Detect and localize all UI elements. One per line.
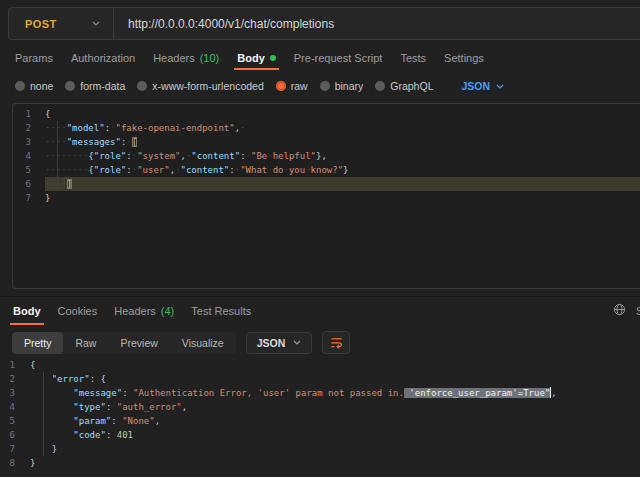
code-text: } [30, 442, 640, 456]
radio-icon [137, 81, 147, 91]
code-text: ········{"role":·"user",·"content":·"Wha… [45, 163, 640, 177]
body-mode-row: none form-data x-www-form-urlencoded raw… [0, 74, 640, 98]
view-raw[interactable]: Raw [63, 332, 108, 354]
radio-icon [15, 81, 25, 91]
token [30, 430, 73, 440]
code-line[interactable]: 1{ [13, 107, 640, 121]
code-line[interactable]: 5········{"role":·"user",·"content":·"Wh… [13, 163, 640, 177]
indent-guide [43, 372, 44, 456]
token: "user" [137, 165, 170, 175]
response-body-editor[interactable]: 1{2 "error": {3 "message": "Authenticati… [0, 355, 640, 477]
code-text: { [30, 358, 640, 372]
request-url-bar: POST http://0.0.0.0:4000/v1/chat/complet… [8, 7, 640, 40]
code-line[interactable]: 8} [0, 456, 640, 470]
radio-icon [375, 81, 385, 91]
token: : [106, 430, 117, 440]
code-line[interactable]: 4 "type": "auth_error", [0, 400, 640, 414]
code-line[interactable]: 5 "param": "None", [0, 414, 640, 428]
token: ········ [45, 165, 88, 175]
token: "role" [94, 165, 127, 175]
code-text: "type": "auth_error", [30, 400, 640, 414]
request-body-editor[interactable]: 1{2····"model":·"fake-openai-endpoint",·… [12, 103, 640, 289]
token: "messages" [67, 137, 121, 147]
code-text: "param": "None", [30, 414, 640, 428]
code-text: ····"messages":·[ [45, 135, 640, 149]
radio-selected-icon [276, 81, 286, 91]
token: : [106, 402, 117, 412]
tab-body[interactable]: Body [234, 45, 279, 70]
line-number: 2 [0, 372, 30, 386]
token: ···· [45, 137, 67, 147]
chevron-down-icon [92, 21, 100, 26]
chevron-down-icon [496, 84, 504, 89]
request-tabs: Params Authorization Headers(10) Body Pr… [0, 45, 640, 70]
tab-cookies[interactable]: Cookies [55, 297, 101, 325]
token: "Be [251, 151, 267, 161]
url-input[interactable]: http://0.0.0.0:4000/v1/chat/completions [114, 17, 334, 31]
token: "type" [73, 402, 106, 412]
code-line[interactable]: 6 "code": 401 [0, 428, 640, 442]
token: , [551, 388, 556, 398]
mode-form-data[interactable]: form-data [65, 80, 125, 92]
tab-authorization[interactable]: Authorization [68, 45, 138, 70]
tab-tests[interactable]: Tests [397, 45, 429, 70]
code-line[interactable]: 7 } [0, 442, 640, 456]
tab-params[interactable]: Params [12, 45, 56, 70]
headers-count-badge: (10) [200, 52, 220, 64]
tab-response-headers[interactable]: Headers(4) [111, 297, 177, 325]
token: do [273, 165, 284, 175]
line-number: 6 [0, 428, 30, 442]
wrap-text-button[interactable] [322, 331, 350, 354]
tab-headers[interactable]: Headers(10) [150, 45, 222, 70]
line-number: 7 [0, 442, 30, 456]
token: ···· [45, 123, 67, 133]
token [30, 374, 52, 384]
token: "fake-openai-endpoint" [115, 123, 234, 133]
token: "code" [73, 430, 106, 440]
unsaved-changes-dot [270, 55, 276, 61]
token: "content" [181, 165, 230, 175]
code-line[interactable]: 4········{"role":·"system",·"content":·"… [13, 149, 640, 163]
response-headers-count-badge: (4) [161, 305, 174, 317]
token: ········ [45, 151, 88, 161]
view-visualize[interactable]: Visualize [170, 332, 236, 354]
mode-x-www-form-urlencoded[interactable]: x-www-form-urlencoded [137, 80, 263, 92]
tab-test-results[interactable]: Test Results [188, 297, 254, 325]
code-text: ····] [45, 177, 640, 191]
token: · [126, 137, 131, 147]
code-line[interactable]: 2····"model":·"fake-openai-endpoint",· [13, 121, 640, 135]
token: 401 [117, 430, 133, 440]
method-select[interactable]: POST [9, 8, 113, 39]
code-line[interactable]: 3 "message": "Authentication Error, 'use… [0, 386, 640, 400]
code-line[interactable]: 1{ [0, 358, 640, 372]
token: · [240, 123, 245, 133]
token: } [45, 193, 50, 203]
token: , [182, 402, 187, 412]
wrap-text-icon [330, 336, 343, 349]
chevron-down-icon [293, 340, 301, 345]
globe-icon[interactable] [613, 303, 626, 316]
token: ] [67, 179, 72, 189]
token: "message" [73, 388, 122, 398]
tab-settings[interactable]: Settings [441, 45, 487, 70]
line-number: 4 [13, 149, 45, 163]
line-number: 5 [13, 163, 45, 177]
view-pretty[interactable]: Pretty [12, 332, 63, 354]
mode-none[interactable]: none [15, 80, 53, 92]
raw-language-dropdown[interactable]: JSON [461, 80, 504, 92]
view-preview[interactable]: Preview [108, 332, 169, 354]
tab-response-body[interactable]: Body [10, 297, 44, 325]
token: ···· [45, 179, 67, 189]
response-tabs: Body Cookies Headers(4) Test Results [0, 296, 640, 325]
mode-graphql[interactable]: GraphQL [375, 80, 433, 92]
code-line[interactable]: 2 "error": { [0, 372, 640, 386]
mode-raw[interactable]: raw [276, 80, 308, 92]
mode-binary[interactable]: binary [320, 80, 364, 92]
code-line[interactable]: 6····] [13, 177, 640, 191]
tab-pre-request-script[interactable]: Pre-request Script [291, 45, 386, 70]
code-line[interactable]: 3····"messages":·[ [13, 135, 640, 149]
response-language-dropdown[interactable]: JSON [246, 332, 313, 354]
code-line[interactable]: 7} [13, 191, 640, 205]
line-number: 7 [13, 191, 45, 205]
code-text: ····"model":·"fake-openai-endpoint",· [45, 121, 640, 135]
